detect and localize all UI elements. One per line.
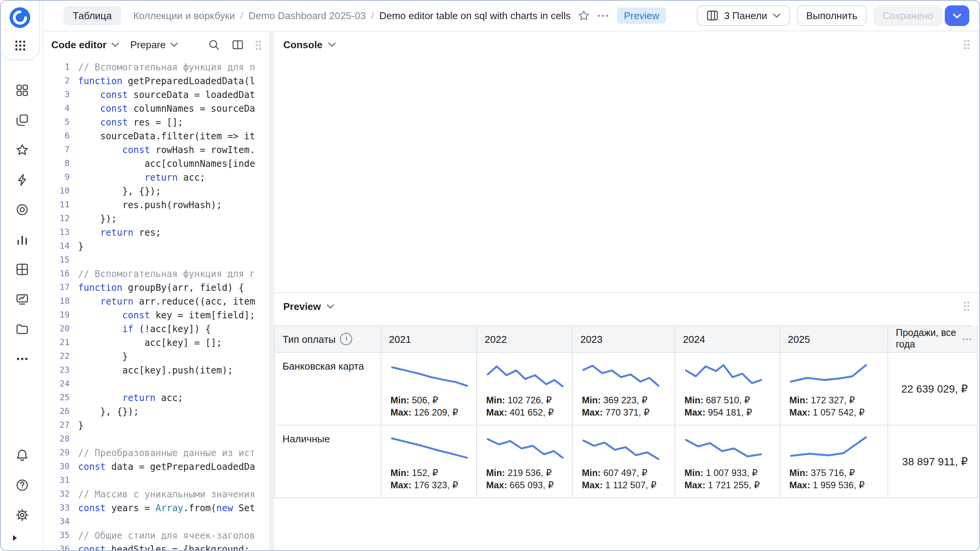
panels-dropdown[interactable]: 3 Панели — [696, 5, 790, 26]
connections-bolt-icon[interactable] — [15, 173, 29, 187]
code-line[interactable]: 33const years = Array.from(new Set — [44, 501, 270, 515]
saved-button[interactable]: Сохранено — [873, 5, 942, 26]
code-line[interactable]: 20 if (!acc[key]) { — [44, 322, 270, 336]
settings-gear-icon[interactable] — [15, 508, 29, 522]
line-number: 19 — [44, 308, 78, 322]
min-value: Min: 375 716, ₽ — [789, 467, 880, 479]
code-line[interactable]: 32// Массив с уникальными значения — [44, 487, 270, 501]
search-icon[interactable] — [207, 38, 220, 51]
editor-monitor-icon[interactable] — [15, 292, 29, 306]
code-line[interactable]: 27} — [44, 419, 270, 432]
code-line[interactable]: 36const headStyles = {background: — [44, 543, 270, 550]
drag-handle-icon[interactable] — [963, 39, 970, 50]
code-line[interactable]: 29// Преобразованные данные из ист — [44, 446, 270, 460]
code-line[interactable]: 34 — [44, 515, 270, 529]
min-value: Min: 102 726, ₽ — [486, 394, 564, 406]
sparkline-chart — [582, 360, 660, 392]
code-line[interactable]: 16// Вспомогательная функция для г — [44, 267, 270, 281]
dashboards-grid-icon[interactable] — [15, 262, 29, 276]
code-line[interactable]: 2function getPreparedLoadedData(l — [44, 74, 270, 88]
code-line[interactable]: 8 acc[columnNames[inde — [44, 157, 270, 171]
datalens-logo[interactable] — [8, 5, 32, 30]
breadcrumb: Коллекции и воркбуки/Demo Dashboard 2025… — [133, 10, 571, 21]
max-value: Max: 770 371, ₽ — [582, 406, 667, 419]
code-line[interactable]: 5 const res = []; — [44, 116, 270, 129]
favorites-star-icon[interactable] — [15, 143, 29, 157]
code-line[interactable]: 28 — [44, 432, 270, 446]
drag-handle-icon[interactable] — [255, 39, 262, 50]
code-line[interactable]: 23 acc[key].push(item); — [44, 364, 270, 377]
breadcrumb-item[interactable]: Demo Dashboard 2025-03 — [248, 10, 366, 21]
more-icon[interactable] — [15, 352, 29, 366]
breadcrumb-separator: / — [371, 10, 374, 21]
preview-badge: Preview — [617, 8, 666, 24]
line-number: 18 — [44, 295, 78, 308]
charts-bars-icon[interactable] — [15, 233, 29, 246]
chevron-down-icon — [111, 42, 119, 47]
code-line[interactable]: 11 res.push(rowHash); — [44, 198, 270, 212]
more-actions-icon[interactable]: ••• — [598, 11, 610, 20]
code-line[interactable]: 31 — [44, 474, 270, 487]
editor-tab-selector[interactable]: Prepare — [130, 39, 179, 51]
favorite-star-icon[interactable] — [578, 9, 591, 22]
code-line[interactable]: 35// Общие стили для ячеек-заголов — [44, 529, 270, 543]
storage-folder-icon[interactable] — [15, 322, 29, 336]
max-value: Max: 665 093, ₽ — [486, 479, 564, 491]
line-number: 13 — [44, 226, 78, 240]
save-dropdown-button[interactable] — [945, 5, 969, 26]
vertical-splitter[interactable] — [270, 31, 274, 550]
code-lines[interactable]: 1// Вспомогательная функция для п2functi… — [44, 58, 270, 550]
code-line[interactable]: 10 }, {}); — [44, 184, 270, 198]
max-value: Max: 1 112 507, ₽ — [582, 479, 667, 491]
code-line[interactable]: 6 sourceData.filter(item => it — [44, 129, 270, 143]
code-line[interactable]: 18 return arr.reduce((acc, item — [44, 295, 270, 308]
notifications-bell-icon[interactable] — [15, 448, 29, 462]
chevron-down-icon — [170, 42, 179, 47]
editor-pane-selector[interactable]: Code editor — [51, 39, 119, 51]
sparkline-chart — [684, 360, 763, 392]
code-line[interactable]: 9 return acc; — [44, 171, 270, 184]
collections-stack-icon[interactable] — [15, 113, 29, 127]
code-line[interactable]: 26 }, {}); — [44, 405, 270, 419]
sparkline-cell: Min: 172 327, ₽Max: 1 057 542, ₽ — [780, 353, 888, 425]
column-menu-icon[interactable]: ••• — [962, 334, 972, 345]
code-line[interactable]: 13 return res; — [44, 226, 270, 240]
code-line[interactable]: 19 const key = item[field]; — [44, 308, 270, 322]
min-value: Min: 607 497, ₽ — [582, 467, 667, 479]
code-line[interactable]: 12 }); — [44, 212, 270, 226]
code-line[interactable]: 15 — [44, 253, 270, 267]
column-header-year: 2024 — [675, 326, 780, 353]
help-icon[interactable] — [15, 478, 29, 492]
split-view-icon[interactable] — [231, 38, 244, 51]
widgets-grid-icon[interactable] — [15, 83, 29, 97]
info-icon[interactable]: i — [340, 333, 353, 345]
max-value: Max: 1 959 536, ₽ — [789, 479, 880, 491]
code-line[interactable]: 7 const rowHash = rowItem. — [44, 143, 270, 157]
code-line[interactable]: 3 const sourceData = loadedDat — [44, 88, 270, 102]
column-header-payment-type: Тип оплатыi — [275, 326, 381, 353]
code-line[interactable]: 24 — [44, 377, 270, 391]
code-line[interactable]: 1// Вспомогательная функция для п — [44, 60, 270, 74]
chevron-down-icon — [773, 13, 781, 18]
datasets-rings-icon[interactable] — [15, 203, 29, 217]
expand-sidebar-icon[interactable] — [1, 522, 18, 550]
code-line[interactable]: 22 } — [44, 350, 270, 364]
code-line[interactable]: 21 acc[key] = []; — [44, 336, 270, 350]
code-line[interactable]: 25 return acc; — [44, 391, 270, 405]
preview-collapse-chevron[interactable] — [326, 303, 335, 309]
code-line[interactable]: 4 const columnNames = sourceDa — [44, 102, 270, 116]
total-cell: 38 897 911, ₽ — [888, 425, 978, 498]
apps-grid-icon[interactable] — [13, 38, 27, 52]
code-line[interactable]: 30const data = getPreparedLoadedDa — [44, 460, 270, 474]
line-number: 17 — [44, 281, 78, 295]
code-line[interactable]: 17function groupBy(arr, field) { — [44, 281, 270, 295]
console-collapse-chevron[interactable] — [328, 42, 336, 47]
breadcrumb-item[interactable]: Коллекции и воркбуки — [133, 10, 235, 21]
run-button[interactable]: Выполнить — [797, 5, 867, 26]
entry-tab[interactable]: Таблица — [64, 6, 121, 25]
drag-handle-icon[interactable] — [963, 301, 970, 311]
code-editor-pane: Code editor Prepare — [44, 31, 270, 550]
editor-title: Code editor — [51, 39, 106, 51]
sidebar-nav — [15, 83, 29, 366]
code-line[interactable]: 14} — [44, 240, 270, 253]
